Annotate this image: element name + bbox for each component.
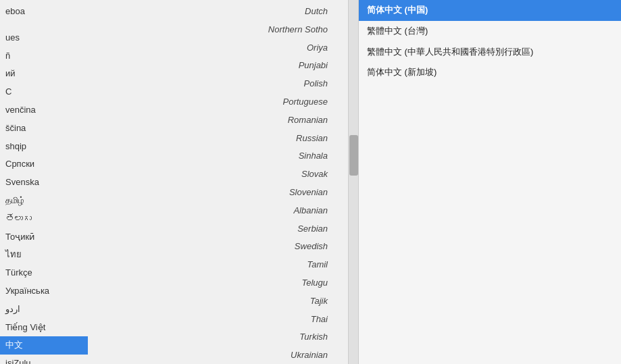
list-item[interactable]: C [0,83,88,101]
list-item[interactable]: Svenska [0,174,88,192]
list-item-tajik[interactable]: Tajik [88,292,328,311]
list-item-albanian[interactable]: Albanian [88,202,328,220]
list-item-slovak[interactable]: Slovak [88,165,328,184]
scrollbar[interactable] [348,0,358,364]
list-item[interactable]: ščina [0,120,88,138]
list-item[interactable]: Српски [0,155,88,174]
list-item-telugu[interactable]: Telugu [88,274,328,292]
chinese-simplified-china[interactable]: 简体中文 (中国) [359,0,621,21]
list-item-serbian[interactable]: Serbian [88,220,328,238]
list-item[interactable]: Тоҷикӣ [0,228,88,246]
list-item[interactable]: Українська [0,282,88,301]
list-item[interactable]: தமிழ் [0,192,88,210]
list-item-romanian[interactable]: Romanian [88,111,328,130]
list-item-turkish[interactable]: Turkish [88,328,328,346]
list-item-russian[interactable]: Russian [88,130,328,148]
list-item[interactable]: shqip [0,138,88,156]
list-item-portuguese[interactable]: Portuguese [88,93,328,111]
left-panel: eboa ues ñ ий C venčina ščina shqip Српс… [0,0,358,364]
list-item[interactable]: ий [0,65,88,83]
english-col: Dutch Northern Sotho Oriya Punjabi Polis… [88,0,348,364]
right-panel: 简体中文 (中国) 繁體中文 (台灣) 繁體中文 (中華人民共和國香港特別行政區… [358,0,621,364]
list-item[interactable]: Türkçe [0,264,88,282]
list-item[interactable]: ñ [0,47,88,66]
list-item[interactable]: Tiếng Việt [0,319,88,337]
list-item[interactable]: ไทย [0,246,88,264]
chinese-variants-list: 简体中文 (中国) 繁體中文 (台灣) 繁體中文 (中華人民共和國香港特別行政區… [359,0,621,364]
list-item-tamil[interactable]: Tamil [88,256,328,274]
list-item[interactable]: venčina [0,101,88,120]
chinese-simplified-singapore[interactable]: 简体中文 (新加坡) [359,62,621,83]
list-item-northern-sotho[interactable]: Northern Sotho [88,21,328,39]
scrollbar-thumb[interactable] [349,135,358,176]
list-item-swedish[interactable]: Swedish [88,238,328,256]
list-item-punjabi[interactable]: Punjabi [88,57,328,75]
native-col: eboa ues ñ ий C venčina ščina shqip Српс… [0,0,88,364]
list-item-polish[interactable]: Polish [88,75,328,93]
main-layout: eboa ues ñ ий C venčina ščina shqip Српс… [0,0,621,364]
list-item[interactable]: eboa [0,3,88,21]
list-item[interactable]: isiZulu [0,355,88,364]
list-item-slovenian[interactable]: Slovenian [88,184,328,202]
list-item-sinhala[interactable]: Sinhala [88,147,328,165]
list-item-ukrainian[interactable]: Ukrainian [88,346,328,364]
chinese-traditional-hk[interactable]: 繁體中文 (中華人民共和國香港特別行政區) [359,42,621,63]
list-item[interactable]: ues [0,29,88,47]
list-item[interactable]: اردو [0,301,88,319]
chinese-traditional-taiwan[interactable]: 繁體中文 (台灣) [359,21,621,42]
list-item-chinese-native[interactable]: 中文 [0,336,88,355]
list-item[interactable]: తెలుగు [0,210,88,228]
list-item-dutch[interactable]: Dutch [88,3,328,21]
list-item-thai[interactable]: Thai [88,311,328,329]
list-item-oriya[interactable]: Oriya [88,39,328,57]
